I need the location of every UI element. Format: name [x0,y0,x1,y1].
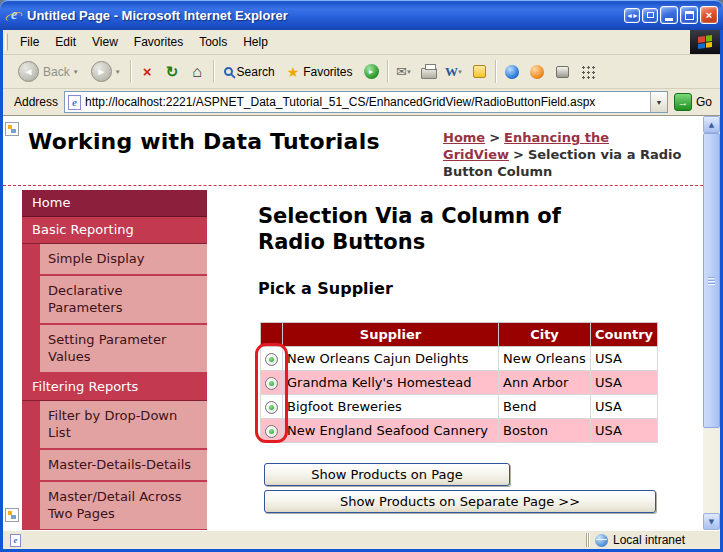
menu-bar: File Edit View Favorites Tools Help [3,30,720,55]
go-button[interactable]: → Go [668,93,718,111]
breadcrumb-home-link[interactable]: Home [443,130,485,145]
print-button[interactable] [417,58,442,86]
page-corner-image-bottom [5,508,19,522]
maximize-button[interactable] [680,6,698,24]
search-button[interactable]: Search [218,63,281,81]
show-products-separate-page-button[interactable]: Show Products on Separate Page >> [264,490,656,513]
mail-dropdown-icon: ▼ [406,69,412,75]
sidebar-item-filtering-reports[interactable]: Filtering Reports [22,374,207,401]
supplier-radio-button-4[interactable] [265,425,278,438]
window-controls: ◄► × [624,6,718,24]
city-column-header: City [499,323,591,347]
scroll-down-button[interactable]: ▼ [703,513,720,530]
city-cell: New Orleans [499,347,591,371]
stop-icon: × [143,63,152,80]
sidebar-item-master-detail-two-pages[interactable]: Master/Detail Across Two Pages [22,482,207,530]
sidebar-item-simple-display[interactable]: Simple Display [22,244,207,276]
page-title: Selection Via a Column of Radio Buttons [258,204,628,255]
scrollbar-thumb[interactable] [703,133,720,428]
menu-tools[interactable]: Tools [191,30,235,54]
print-icon [421,68,437,79]
city-cell: Ann Arbor [499,371,591,395]
titlebar-extra-button[interactable] [642,8,658,23]
research-button[interactable] [550,58,575,86]
refresh-button[interactable]: ↻ [160,58,185,86]
menu-favorites[interactable]: Favorites [126,30,191,54]
forward-button[interactable]: ► ▼ [85,59,127,84]
local-intranet-icon [595,534,608,547]
supplier-radio-button-1[interactable] [265,353,278,366]
show-products-on-page-button[interactable]: Show Products on Page [264,463,510,486]
quick-launch-button[interactable] [575,58,600,86]
address-input[interactable]: e http://localhost:2221/ASPNET_Data_Tuto… [64,91,668,113]
titlebar-arrows-button[interactable]: ◄► [624,8,640,23]
menubar-grip[interactable] [5,33,8,51]
address-bar: Address e http://localhost:2221/ASPNET_D… [3,89,720,116]
table-row: New England Seafood Cannery Boston USA [261,419,658,443]
supplier-cell: New Orleans Cajun Delights [283,347,499,371]
table-row: Bigfoot Breweries Bend USA [261,395,658,419]
favorites-star-icon: ★ [287,64,300,80]
msn-icon [530,65,544,79]
breadcrumb-separator: > [513,147,524,162]
minimize-button[interactable] [660,6,678,24]
stop-button[interactable]: × [135,58,160,86]
radio-cell [261,419,283,443]
messenger-button[interactable] [500,58,525,86]
country-cell: USA [591,371,658,395]
radio-cell [261,347,283,371]
menu-file[interactable]: File [12,30,47,54]
close-button[interactable]: × [700,6,718,24]
edit-button[interactable] [467,58,492,86]
media-icon: ► [364,64,379,79]
back-label: Back [43,65,70,79]
edit-word-button[interactable]: W▼ [442,58,467,86]
grid-icon [580,64,595,79]
windows-logo [690,30,720,54]
mail-button[interactable]: ✉▼ [392,58,417,86]
messenger-icon [505,65,519,79]
home-button[interactable]: ⌂ [185,58,210,86]
back-button[interactable]: ◄ Back ▼ [12,59,85,84]
country-column-header: Country [591,323,658,347]
window-title: Untitled Page - Microsoft Internet Explo… [27,8,624,23]
site-header: Working with Data Tutorials Home>Enhanci… [3,116,703,186]
table-header-row: Supplier City Country [261,323,658,347]
titlebar[interactable]: e Untitled Page - Microsoft Internet Exp… [0,0,723,30]
sidebar-item-declarative-parameters[interactable]: Declarative Parameters [22,276,207,325]
sidebar-item-home[interactable]: Home [22,190,207,217]
sidebar-menu: Home Basic Reporting Simple Display Decl… [22,190,207,530]
supplier-radio-button-2[interactable] [265,377,278,390]
country-cell: USA [591,419,658,443]
page-icon: e [68,95,81,110]
scroll-up-button[interactable]: ▲ [703,116,720,133]
menu-edit[interactable]: Edit [47,30,84,54]
breadcrumb-separator: > [489,130,500,145]
back-icon: ◄ [18,61,39,82]
menu-help[interactable]: Help [235,30,276,54]
media-button[interactable]: ► [359,58,384,86]
favorites-button[interactable]: ★ Favorites [281,62,359,82]
supplier-column-header: Supplier [283,323,499,347]
sidebar-item-filter-by-dropdown-list[interactable]: Filter by Drop-Down List [22,401,207,450]
supplier-radio-button-3[interactable] [265,401,278,414]
status-bar: e Local intranet [3,530,720,549]
web-page: Working with Data Tutorials Home>Enhanci… [3,116,703,530]
address-dropdown-button[interactable]: ▼ [650,92,667,112]
security-zone: Local intranet [590,533,718,547]
supplier-cell: Bigfoot Breweries [283,395,499,419]
go-arrow-icon: → [674,93,692,111]
browser-window: e Untitled Page - Microsoft Internet Exp… [0,0,723,552]
search-label: Search [237,65,275,79]
msn-button[interactable] [525,58,550,86]
city-cell: Boston [499,419,591,443]
maximize-icon [685,11,694,20]
sidebar-item-master-details-details[interactable]: Master-Details-Details [22,450,207,482]
sidebar-item-setting-parameter-values[interactable]: Setting Parameter Values [22,325,207,374]
toolbar-separator [387,60,389,83]
sidebar-item-basic-reporting[interactable]: Basic Reporting [22,217,207,244]
menu-view[interactable]: View [84,30,126,54]
home-icon: ⌂ [192,63,202,81]
suppliers-gridview: Supplier City Country New Orleans Cajun … [260,322,658,443]
vertical-scrollbar[interactable]: ▲ ▼ [703,116,720,530]
